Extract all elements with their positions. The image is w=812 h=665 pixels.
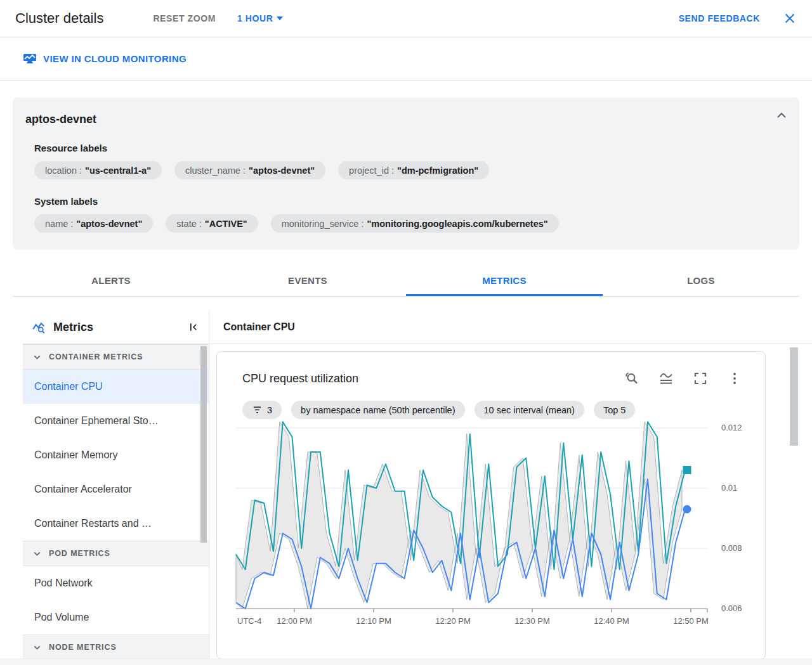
- chip-value: "dm-pcfmigration": [397, 165, 478, 176]
- tab-events[interactable]: EVENTS: [209, 266, 406, 296]
- close-button[interactable]: [783, 11, 797, 25]
- chip-key: location: [45, 165, 77, 176]
- svg-text:12:20 PM: 12:20 PM: [435, 616, 471, 626]
- collapse-sidebar-button[interactable]: [187, 321, 200, 333]
- sidebar-title: Metrics: [53, 321, 187, 334]
- top-n-chip[interactable]: Top 5: [594, 401, 635, 419]
- fullscreen-icon: [693, 371, 708, 386]
- sidebar-item-pod-network[interactable]: Pod Network: [23, 566, 209, 600]
- label-chip-monitoring-service[interactable]: monitoring_service: "monitoring.googleap…: [271, 214, 559, 233]
- system-labels-title: System labels: [34, 196, 787, 207]
- resource-labels-title: Resource labels: [34, 143, 787, 153]
- sidebar-item-container-accelerator[interactable]: Container Accelerator: [23, 472, 209, 507]
- filter-count-chip[interactable]: 3: [242, 401, 282, 419]
- collapse-card-button[interactable]: [774, 108, 789, 126]
- sidebar-item-container-restarts[interactable]: Container Restarts and …: [23, 507, 209, 541]
- collapse-panel-icon: [187, 321, 200, 333]
- chip-key: cluster_name: [185, 165, 240, 176]
- chevron-down-icon: [32, 548, 43, 559]
- svg-text:12:00 PM: 12:00 PM: [277, 616, 312, 626]
- section-label: POD METRICS: [49, 549, 110, 558]
- zoom-reset-button[interactable]: [624, 371, 639, 386]
- monitoring-link-bar: VIEW IN CLOUD MONITORING: [0, 37, 812, 81]
- chip-colon: :: [70, 219, 73, 229]
- metrics-sidebar: Metrics CONTAINER METRICS Container CPU …: [23, 311, 209, 661]
- chart-type-button[interactable]: [658, 371, 674, 386]
- label-chip-name[interactable]: name: "aptos-devnet": [34, 214, 153, 233]
- section-node-metrics[interactable]: NODE METRICS: [23, 635, 209, 660]
- monitoring-chart-icon: [23, 53, 37, 65]
- view-in-cloud-monitoring-link[interactable]: VIEW IN CLOUD MONITORING: [23, 53, 187, 65]
- chip-colon: :: [243, 165, 246, 176]
- sidebar-header: Metrics: [23, 311, 209, 344]
- sidebar-scrollbar[interactable]: [200, 346, 207, 543]
- cluster-name: aptos-devnet: [25, 113, 787, 126]
- section-pod-metrics[interactable]: POD METRICS: [23, 541, 209, 566]
- sidebar-item-container-memory[interactable]: Container Memory: [23, 438, 209, 472]
- metric-list: CONTAINER METRICS Container CPU Containe…: [23, 344, 209, 660]
- chip-key: project_id: [349, 165, 389, 176]
- section-label: CONTAINER METRICS: [49, 352, 143, 361]
- label-chip-state[interactable]: state: "ACTIVE": [166, 214, 258, 233]
- tab-alerts[interactable]: ALERTS: [13, 266, 209, 296]
- chevron-down-icon: [277, 16, 283, 20]
- time-range-dropdown[interactable]: 1 HOUR: [237, 13, 284, 23]
- chart-title: CPU request utilization: [242, 372, 624, 385]
- area-chart-icon: [658, 371, 674, 386]
- panel-scrollbar[interactable]: [790, 347, 798, 446]
- label-chip-cluster-name[interactable]: cluster_name: "aptos-devnet": [174, 161, 325, 179]
- bottom-strip: [0, 659, 812, 665]
- svg-text:12:40 PM: 12:40 PM: [594, 616, 629, 626]
- chevron-up-icon: [774, 108, 789, 123]
- sidebar-item-pod-volume[interactable]: Pod Volume: [23, 600, 209, 635]
- view-in-cloud-monitoring-label: VIEW IN CLOUD MONITORING: [43, 53, 187, 64]
- chip-value: "aptos-devnet": [249, 165, 315, 176]
- send-feedback-button[interactable]: SEND FEEDBACK: [679, 13, 760, 23]
- chip-colon: :: [199, 219, 202, 229]
- app-header: Cluster details RESET ZOOM 1 HOUR SEND F…: [0, 0, 812, 37]
- time-range-label: 1 HOUR: [237, 13, 273, 23]
- chevron-down-icon: [32, 642, 43, 653]
- sidebar-item-container-ephemeral-storage[interactable]: Container Ephemeral Sto…: [23, 404, 209, 438]
- filter-icon: [252, 404, 263, 415]
- metrics-explorer-icon: [32, 320, 46, 334]
- chevron-down-icon: [32, 352, 43, 363]
- chip-colon: :: [79, 165, 82, 176]
- sidebar-item-container-cpu[interactable]: Container CPU: [23, 370, 209, 404]
- interval-chip[interactable]: 10 sec interval (mean): [475, 401, 584, 419]
- label-chip-location[interactable]: location: "us-central1-a": [34, 161, 162, 179]
- chip-value: "ACTIVE": [205, 219, 247, 229]
- tab-bar: ALERTS EVENTS METRICS LOGS: [13, 266, 799, 297]
- resource-labels-row: location: "us-central1-a" cluster_name: …: [34, 161, 787, 179]
- close-icon: [783, 11, 797, 25]
- chip-value: "us-central1-a": [85, 165, 151, 176]
- cpu-utilization-chart[interactable]: 12:00 PM12:10 PM12:20 PM12:30 PM12:40 PM…: [217, 420, 766, 639]
- metrics-content: Metrics CONTAINER METRICS Container CPU …: [0, 311, 812, 661]
- chip-colon: :: [361, 219, 363, 229]
- svg-text:0.012: 0.012: [721, 423, 742, 432]
- chip-value: "aptos-devnet": [76, 219, 142, 229]
- chip-key: name: [45, 219, 68, 229]
- chip-value: "monitoring.googleapis.com/kubernetes": [367, 219, 547, 229]
- svg-text:UTC-4: UTC-4: [237, 616, 261, 626]
- label-chip-project-id[interactable]: project_id: "dm-pcfmigration": [338, 161, 489, 179]
- group-by-chip[interactable]: by namespace name (50th percentile): [291, 401, 464, 419]
- reset-zoom-button[interactable]: RESET ZOOM: [153, 13, 216, 23]
- cluster-summary-card: aptos-devnet Resource labels location: "…: [13, 98, 799, 250]
- chart-panel: Container CPU CPU request utilization: [209, 311, 812, 661]
- tab-metrics[interactable]: METRICS: [406, 266, 603, 296]
- svg-text:0.006: 0.006: [721, 604, 742, 613]
- section-container-metrics[interactable]: CONTAINER METRICS: [23, 344, 209, 370]
- chart-menu-button[interactable]: [727, 371, 742, 386]
- chart-filter-row: 3 by namespace name (50th percentile) 10…: [217, 386, 765, 419]
- svg-text:0.008: 0.008: [721, 543, 742, 553]
- tab-logs[interactable]: LOGS: [603, 266, 799, 296]
- chip-key: state: [176, 219, 196, 229]
- chart-svg: 12:00 PM12:10 PM12:20 PM12:30 PM12:40 PM…: [217, 420, 766, 639]
- fullscreen-button[interactable]: [693, 371, 708, 386]
- svg-text:12:30 PM: 12:30 PM: [514, 616, 550, 626]
- svg-text:0.01: 0.01: [721, 483, 737, 493]
- section-label: NODE METRICS: [49, 643, 117, 652]
- svg-text:12:10 PM: 12:10 PM: [356, 616, 391, 626]
- filter-count: 3: [267, 405, 272, 415]
